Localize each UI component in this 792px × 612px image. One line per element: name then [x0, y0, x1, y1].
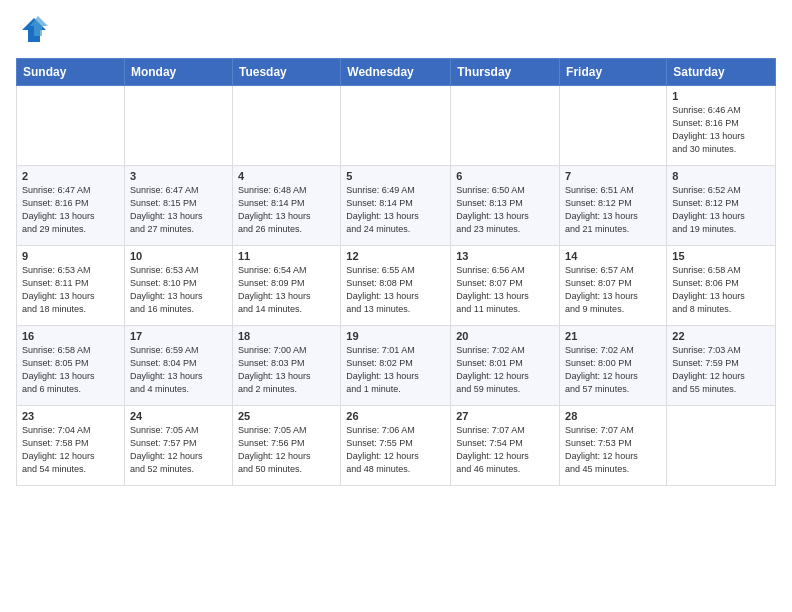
day-number: 14 [565, 250, 661, 262]
logo [16, 16, 48, 48]
day-number: 8 [672, 170, 770, 182]
day-cell: 28Sunrise: 7:07 AM Sunset: 7:53 PM Dayli… [560, 406, 667, 486]
day-info: Sunrise: 6:53 AM Sunset: 8:11 PM Dayligh… [22, 264, 119, 316]
day-cell: 10Sunrise: 6:53 AM Sunset: 8:10 PM Dayli… [124, 246, 232, 326]
day-number: 28 [565, 410, 661, 422]
day-info: Sunrise: 7:01 AM Sunset: 8:02 PM Dayligh… [346, 344, 445, 396]
day-cell: 14Sunrise: 6:57 AM Sunset: 8:07 PM Dayli… [560, 246, 667, 326]
day-number: 17 [130, 330, 227, 342]
week-row-5: 23Sunrise: 7:04 AM Sunset: 7:58 PM Dayli… [17, 406, 776, 486]
day-cell: 2Sunrise: 6:47 AM Sunset: 8:16 PM Daylig… [17, 166, 125, 246]
day-cell [124, 86, 232, 166]
week-row-1: 1Sunrise: 6:46 AM Sunset: 8:16 PM Daylig… [17, 86, 776, 166]
day-number: 5 [346, 170, 445, 182]
day-cell: 11Sunrise: 6:54 AM Sunset: 8:09 PM Dayli… [232, 246, 340, 326]
day-number: 27 [456, 410, 554, 422]
day-cell: 1Sunrise: 6:46 AM Sunset: 8:16 PM Daylig… [667, 86, 776, 166]
day-cell: 19Sunrise: 7:01 AM Sunset: 8:02 PM Dayli… [341, 326, 451, 406]
day-number: 11 [238, 250, 335, 262]
day-info: Sunrise: 7:07 AM Sunset: 7:53 PM Dayligh… [565, 424, 661, 476]
day-cell: 13Sunrise: 6:56 AM Sunset: 8:07 PM Dayli… [451, 246, 560, 326]
day-cell: 18Sunrise: 7:00 AM Sunset: 8:03 PM Dayli… [232, 326, 340, 406]
day-number: 24 [130, 410, 227, 422]
week-row-4: 16Sunrise: 6:58 AM Sunset: 8:05 PM Dayli… [17, 326, 776, 406]
calendar-table: SundayMondayTuesdayWednesdayThursdayFrid… [16, 58, 776, 486]
day-info: Sunrise: 6:53 AM Sunset: 8:10 PM Dayligh… [130, 264, 227, 316]
day-info: Sunrise: 6:58 AM Sunset: 8:06 PM Dayligh… [672, 264, 770, 316]
day-cell: 15Sunrise: 6:58 AM Sunset: 8:06 PM Dayli… [667, 246, 776, 326]
day-cell [232, 86, 340, 166]
day-cell: 24Sunrise: 7:05 AM Sunset: 7:57 PM Dayli… [124, 406, 232, 486]
day-cell: 6Sunrise: 6:50 AM Sunset: 8:13 PM Daylig… [451, 166, 560, 246]
day-cell [667, 406, 776, 486]
day-number: 4 [238, 170, 335, 182]
day-cell: 5Sunrise: 6:49 AM Sunset: 8:14 PM Daylig… [341, 166, 451, 246]
day-cell: 25Sunrise: 7:05 AM Sunset: 7:56 PM Dayli… [232, 406, 340, 486]
header-cell-wednesday: Wednesday [341, 59, 451, 86]
day-info: Sunrise: 6:48 AM Sunset: 8:14 PM Dayligh… [238, 184, 335, 236]
day-cell: 27Sunrise: 7:07 AM Sunset: 7:54 PM Dayli… [451, 406, 560, 486]
day-number: 19 [346, 330, 445, 342]
day-info: Sunrise: 6:47 AM Sunset: 8:15 PM Dayligh… [130, 184, 227, 236]
day-cell: 26Sunrise: 7:06 AM Sunset: 7:55 PM Dayli… [341, 406, 451, 486]
day-info: Sunrise: 6:59 AM Sunset: 8:04 PM Dayligh… [130, 344, 227, 396]
day-number: 21 [565, 330, 661, 342]
header-cell-monday: Monday [124, 59, 232, 86]
day-number: 9 [22, 250, 119, 262]
calendar-header: SundayMondayTuesdayWednesdayThursdayFrid… [17, 59, 776, 86]
header-cell-sunday: Sunday [17, 59, 125, 86]
day-number: 12 [346, 250, 445, 262]
logo-icon [20, 16, 48, 48]
day-info: Sunrise: 6:46 AM Sunset: 8:16 PM Dayligh… [672, 104, 770, 156]
day-info: Sunrise: 6:47 AM Sunset: 8:16 PM Dayligh… [22, 184, 119, 236]
day-number: 1 [672, 90, 770, 102]
header-cell-friday: Friday [560, 59, 667, 86]
day-info: Sunrise: 7:05 AM Sunset: 7:56 PM Dayligh… [238, 424, 335, 476]
week-row-3: 9Sunrise: 6:53 AM Sunset: 8:11 PM Daylig… [17, 246, 776, 326]
day-cell: 20Sunrise: 7:02 AM Sunset: 8:01 PM Dayli… [451, 326, 560, 406]
day-number: 22 [672, 330, 770, 342]
day-cell [341, 86, 451, 166]
day-info: Sunrise: 7:07 AM Sunset: 7:54 PM Dayligh… [456, 424, 554, 476]
day-cell: 21Sunrise: 7:02 AM Sunset: 8:00 PM Dayli… [560, 326, 667, 406]
day-info: Sunrise: 6:52 AM Sunset: 8:12 PM Dayligh… [672, 184, 770, 236]
day-cell: 7Sunrise: 6:51 AM Sunset: 8:12 PM Daylig… [560, 166, 667, 246]
day-number: 23 [22, 410, 119, 422]
calendar-body: 1Sunrise: 6:46 AM Sunset: 8:16 PM Daylig… [17, 86, 776, 486]
day-cell: 22Sunrise: 7:03 AM Sunset: 7:59 PM Dayli… [667, 326, 776, 406]
day-info: Sunrise: 7:02 AM Sunset: 8:00 PM Dayligh… [565, 344, 661, 396]
day-number: 16 [22, 330, 119, 342]
day-number: 3 [130, 170, 227, 182]
day-info: Sunrise: 7:00 AM Sunset: 8:03 PM Dayligh… [238, 344, 335, 396]
day-cell [560, 86, 667, 166]
day-info: Sunrise: 7:06 AM Sunset: 7:55 PM Dayligh… [346, 424, 445, 476]
day-info: Sunrise: 6:55 AM Sunset: 8:08 PM Dayligh… [346, 264, 445, 316]
day-cell: 4Sunrise: 6:48 AM Sunset: 8:14 PM Daylig… [232, 166, 340, 246]
day-info: Sunrise: 6:57 AM Sunset: 8:07 PM Dayligh… [565, 264, 661, 316]
day-cell: 12Sunrise: 6:55 AM Sunset: 8:08 PM Dayli… [341, 246, 451, 326]
day-cell [17, 86, 125, 166]
page-header [16, 16, 776, 48]
day-number: 2 [22, 170, 119, 182]
header-cell-thursday: Thursday [451, 59, 560, 86]
header-cell-saturday: Saturday [667, 59, 776, 86]
day-cell: 23Sunrise: 7:04 AM Sunset: 7:58 PM Dayli… [17, 406, 125, 486]
day-info: Sunrise: 6:51 AM Sunset: 8:12 PM Dayligh… [565, 184, 661, 236]
day-number: 26 [346, 410, 445, 422]
day-number: 13 [456, 250, 554, 262]
day-info: Sunrise: 7:05 AM Sunset: 7:57 PM Dayligh… [130, 424, 227, 476]
day-number: 6 [456, 170, 554, 182]
day-cell: 17Sunrise: 6:59 AM Sunset: 8:04 PM Dayli… [124, 326, 232, 406]
day-info: Sunrise: 6:58 AM Sunset: 8:05 PM Dayligh… [22, 344, 119, 396]
day-cell: 9Sunrise: 6:53 AM Sunset: 8:11 PM Daylig… [17, 246, 125, 326]
day-cell: 8Sunrise: 6:52 AM Sunset: 8:12 PM Daylig… [667, 166, 776, 246]
header-row: SundayMondayTuesdayWednesdayThursdayFrid… [17, 59, 776, 86]
week-row-2: 2Sunrise: 6:47 AM Sunset: 8:16 PM Daylig… [17, 166, 776, 246]
day-number: 18 [238, 330, 335, 342]
day-info: Sunrise: 7:03 AM Sunset: 7:59 PM Dayligh… [672, 344, 770, 396]
day-number: 10 [130, 250, 227, 262]
day-number: 15 [672, 250, 770, 262]
day-number: 7 [565, 170, 661, 182]
day-info: Sunrise: 6:54 AM Sunset: 8:09 PM Dayligh… [238, 264, 335, 316]
day-info: Sunrise: 7:04 AM Sunset: 7:58 PM Dayligh… [22, 424, 119, 476]
